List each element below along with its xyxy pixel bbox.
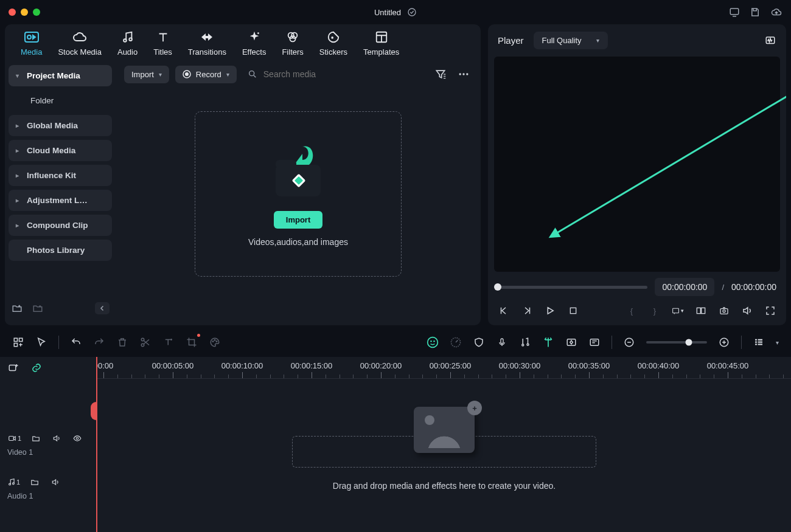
aspect-ratio-button[interactable]: ▾: [672, 305, 684, 317]
video-preview[interactable]: [494, 57, 780, 272]
sidebar-item-influence-kit[interactable]: ▸Influence Kit: [9, 165, 112, 186]
timeline-canvas[interactable]: 00:0000:00:05:0000:00:10:0000:00:15:0000…: [97, 357, 791, 532]
audio-mixer-icon[interactable]: [519, 336, 531, 348]
video-track-header[interactable]: 1 Video 1: [0, 429, 96, 460]
add-track-icon[interactable]: [7, 362, 19, 374]
color-palette-icon[interactable]: [209, 336, 221, 348]
split-icon[interactable]: [139, 336, 152, 348]
shield-icon[interactable]: [473, 336, 485, 348]
scrub-slider[interactable]: [498, 286, 647, 289]
svg-rect-52: [758, 344, 763, 345]
fullscreen-icon[interactable]: [764, 305, 776, 317]
redo-icon[interactable]: [93, 336, 105, 348]
sidebar-item-project-media[interactable]: ▾Project Media: [9, 65, 112, 86]
tab-effects[interactable]: Effects: [242, 30, 267, 57]
add-element-icon[interactable]: [12, 336, 24, 348]
checkmark-circle-icon: [407, 7, 417, 17]
chevron-down-icon[interactable]: ▾: [776, 339, 779, 346]
timeline-ruler[interactable]: 00:0000:00:05:0000:00:10:0000:00:15:0000…: [97, 357, 791, 379]
zoom-slider[interactable]: [646, 341, 707, 344]
sidebar-item-folder[interactable]: Folder: [9, 90, 112, 111]
play-button[interactable]: [544, 305, 556, 317]
folder-icon[interactable]: [29, 476, 41, 488]
import-button[interactable]: Import: [274, 211, 322, 229]
selection-tool-icon[interactable]: [35, 336, 47, 348]
add-text-icon[interactable]: [162, 336, 175, 348]
link-track-icon[interactable]: [30, 362, 43, 374]
tab-titles[interactable]: Titles: [153, 30, 172, 57]
snapshot-icon[interactable]: [718, 305, 730, 317]
keyframe-view-icon[interactable]: [565, 336, 577, 348]
compare-view-icon[interactable]: [695, 305, 707, 317]
record-dropdown-button[interactable]: Record ▾: [175, 66, 237, 83]
tab-templates[interactable]: Templates: [363, 30, 399, 57]
mute-icon[interactable]: [49, 476, 61, 488]
volume-icon[interactable]: [741, 305, 753, 317]
tab-label: Stock Media: [58, 47, 102, 57]
mute-icon[interactable]: [51, 432, 63, 444]
text-icon: [155, 30, 171, 44]
next-frame-button[interactable]: [521, 305, 533, 317]
visibility-icon[interactable]: [71, 432, 83, 444]
folder-icon[interactable]: [30, 432, 42, 444]
svg-rect-28: [720, 309, 728, 314]
search-input[interactable]: [262, 69, 423, 80]
chevron-right-icon: ▸: [16, 122, 22, 129]
mark-in-icon[interactable]: {: [625, 305, 638, 317]
sidebar-item-global-media[interactable]: ▸Global Media: [9, 115, 112, 136]
audio-track-header[interactable]: 1 Audio 1: [0, 472, 96, 504]
media-sidebar: ▾Project Media Folder ▸Global Media ▸Clo…: [5, 59, 116, 325]
zoom-out-button[interactable]: [623, 336, 635, 348]
display-icon[interactable]: [729, 7, 740, 18]
stop-button[interactable]: [567, 305, 579, 317]
video-track-label: Video 1: [7, 448, 89, 457]
tab-media[interactable]: Media: [21, 30, 42, 57]
close-window-button[interactable]: [9, 9, 16, 16]
maximize-window-button[interactable]: [33, 9, 40, 16]
remove-folder-icon[interactable]: [32, 302, 44, 314]
speed-icon[interactable]: [450, 336, 462, 348]
svg-rect-30: [14, 338, 17, 341]
waveform-icon[interactable]: [764, 35, 776, 47]
render-icon[interactable]: [588, 336, 601, 348]
collapse-sidebar-button[interactable]: [95, 302, 110, 314]
prev-frame-button[interactable]: [498, 305, 510, 317]
ai-assistant-icon[interactable]: [427, 336, 439, 348]
search-media[interactable]: [243, 65, 428, 83]
timeline-hint: Drag and drop media and effects here to …: [97, 481, 791, 491]
zoom-in-button[interactable]: [718, 336, 730, 348]
tab-stickers[interactable]: Stickers: [319, 30, 347, 57]
tab-audio[interactable]: Audio: [117, 30, 138, 57]
marker-icon[interactable]: [542, 336, 554, 348]
mark-out-icon[interactable]: }: [649, 305, 661, 317]
sidebar-item-adjustment-layer[interactable]: ▸Adjustment L…: [9, 190, 112, 211]
cloud-icon: [72, 30, 88, 44]
svg-rect-50: [758, 342, 763, 343]
window-controls: [9, 9, 40, 16]
quality-select[interactable]: Full Quality ▾: [534, 32, 608, 49]
import-dropdown-button[interactable]: Import ▾: [124, 66, 169, 83]
sidebar-item-photos-library[interactable]: Photos Library: [9, 240, 112, 261]
undo-icon[interactable]: [70, 336, 82, 348]
sidebar-item-cloud-media[interactable]: ▸Cloud Media: [9, 140, 112, 161]
minimize-window-button[interactable]: [21, 9, 28, 16]
tab-stock-media[interactable]: Stock Media: [58, 30, 102, 57]
microphone-icon[interactable]: [496, 336, 508, 348]
more-options-icon[interactable]: [458, 68, 470, 80]
svg-rect-27: [702, 308, 705, 313]
quality-value: Full Quality: [542, 36, 582, 45]
filter-list-icon[interactable]: [434, 68, 447, 80]
svg-point-6: [257, 32, 259, 34]
track-headers: 1 Video 1 1 Audio 1: [0, 357, 97, 532]
cloud-upload-icon[interactable]: [770, 7, 782, 18]
tab-filters[interactable]: Filters: [282, 30, 303, 57]
new-folder-icon[interactable]: [11, 302, 23, 314]
add-media-button[interactable]: +: [467, 401, 482, 415]
import-dropzone[interactable]: Import Videos,audios,and images: [195, 111, 402, 277]
save-icon[interactable]: [750, 7, 761, 18]
crop-icon[interactable]: [186, 336, 198, 348]
delete-icon[interactable]: [116, 336, 128, 348]
list-view-icon[interactable]: [753, 336, 765, 348]
tab-transitions[interactable]: Transitions: [188, 30, 226, 57]
sidebar-item-compound-clip[interactable]: ▸Compound Clip: [9, 215, 112, 236]
